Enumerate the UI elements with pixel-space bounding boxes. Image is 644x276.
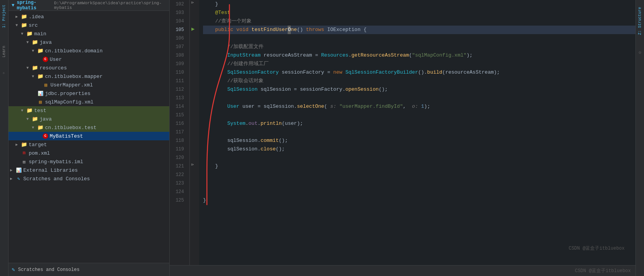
tree-item-domain[interactable]: ▼ 📁 cn.itbluebox.domain [9, 47, 169, 55]
code-line-111: //获取会话对象 [203, 77, 635, 85]
line-num-119: 119 [170, 145, 186, 154]
line-num-110: 110 [170, 68, 186, 77]
arrow-java-main: ▼ [26, 40, 32, 45]
bookmark-icon-102[interactable]: ⊳ [191, 0, 194, 5]
tree-item-user[interactable]: ▶ C User [9, 55, 169, 64]
line-num-123: 123 [170, 179, 186, 188]
label-mapper: cn.itbluebox.mapper [45, 74, 168, 79]
tree-item-resources[interactable]: ▼ 📁 resources [9, 64, 169, 72]
code-content[interactable]: } @Test //查询一个对象 public void testFindUse… [199, 0, 635, 265]
label-pom: pom.xml [29, 150, 168, 156]
tree-item-iml[interactable]: ▶ ▤ spring-mybatis.iml [9, 157, 169, 166]
arrow-mapper: ▼ [32, 74, 37, 79]
code-line-103: @Test [203, 9, 635, 17]
arrow-test-package: ▼ [32, 126, 37, 130]
tree-item-sqlmapconfig[interactable]: ▶ ▤ sqlMapConfig.xml [9, 98, 169, 106]
label-sqlmapconfig: sqlMapConfig.xml [45, 99, 168, 105]
tree-item-target[interactable]: ▶ 📁 target [9, 140, 169, 149]
class-icon-user: C [43, 57, 48, 62]
tree-item-ext-lib[interactable]: ▶ 📊 External Libraries [9, 166, 169, 174]
left-sidebar-tabs: 1: Project Learn ☆ [0, 0, 9, 276]
line-num-105: 105 [170, 26, 186, 34]
tree-item-usermapper-xml[interactable]: ▶ ▤ UserMapper.xml [9, 81, 169, 89]
tab-learn[interactable]: Learn [1, 43, 7, 60]
label-scratches: Scratches and Consoles [23, 176, 168, 182]
project-panel: ▼ spring-mybatis D:\AProgramWorkSpace\id… [9, 0, 170, 276]
tab-fav-right[interactable]: ☆ [637, 46, 642, 59]
label-mybatistest: MyBatisTest [50, 133, 168, 139]
line-num-111: 111 [170, 77, 186, 85]
arrow-src: ▼ [16, 23, 21, 28]
project-title: spring-mybatis [17, 0, 52, 11]
folder-icon-resources: 📁 [32, 65, 38, 71]
line-num-124: 124 [170, 188, 186, 196]
bookmark-icon-121[interactable]: ⊳ [191, 162, 194, 167]
line-numbers: 102 103 104 105 106 107 108 109 110 111 … [170, 0, 190, 265]
arrow-ext-lib: ▶ [10, 168, 16, 172]
code-line-116: System.out.println(user); [203, 119, 635, 128]
line-num-120: 120 [170, 154, 186, 162]
line-num-103: 103 [170, 9, 186, 17]
arrow-scratches: ▶ [10, 176, 16, 181]
arrow-main: ▼ [21, 32, 26, 36]
line-num-107: 107 [170, 43, 186, 51]
code-line-109: //创建作用域工厂 [203, 60, 635, 68]
class-icon-mybatistest: C [43, 133, 48, 139]
line-num-102: 102 [170, 0, 186, 9]
tree-item-src[interactable]: ▼ 📁 src [9, 21, 169, 29]
maven-icon-pom: m [21, 150, 27, 156]
code-line-125: } [203, 196, 635, 205]
iml-icon: ▤ [21, 159, 27, 164]
library-icon: 📊 [16, 167, 22, 173]
code-line-112: SqlSession sqlSession = sessionFactory.o… [203, 85, 635, 94]
code-container: 102 103 104 105 106 107 108 109 110 111 … [170, 0, 635, 265]
tree-item-pom[interactable]: ▶ m pom.xml [9, 149, 169, 157]
code-line-123 [203, 179, 635, 188]
code-line-114: User user = sqlSession.selectOne( s: "us… [203, 102, 635, 111]
folder-icon-main: 📁 [26, 31, 33, 36]
watermark: CSDN @蓝盒子itbluebox [569, 244, 625, 253]
line-num-109: 109 [170, 60, 186, 68]
line-num-115: 115 [170, 111, 186, 119]
tree-item-mapper[interactable]: ▼ 📁 cn.itbluebox.mapper [9, 72, 169, 81]
tree-item-main[interactable]: ▼ 📁 main [9, 29, 169, 38]
tree-item-test-package[interactable]: ▼ 📁 cn.itbluebox.test [9, 123, 169, 132]
tree-item-java-test[interactable]: ▼ 📁 java [9, 115, 169, 123]
tab-favorites[interactable]: ☆ [1, 68, 7, 79]
label-resources: resources [40, 65, 168, 71]
tree-item-test[interactable]: ▼ 📁 test [9, 106, 169, 115]
code-line-108: InputStream resourceAsStream = Resources… [203, 51, 635, 60]
line-num-118: 118 [170, 136, 186, 145]
line-num-121: 121 [170, 162, 186, 171]
label-idea: .idea [29, 14, 168, 20]
label-jdbc-properties: jdbc.properties [45, 91, 168, 97]
xml-icon-sqlmapconfig: ▤ [37, 99, 43, 105]
tree-item-jdbc-properties[interactable]: ▶ 📊 jdbc.properties [9, 89, 169, 98]
scratches-bottom-label[interactable]: Scratches and Consoles [18, 267, 79, 273]
bottom-bar: CSDN @蓝盒子itbluebox [170, 265, 635, 276]
label-test: test [34, 108, 168, 114]
code-line-106 [203, 34, 635, 43]
tree-item-java-main[interactable]: ▼ 📁 java [9, 38, 169, 47]
code-line-124 [203, 188, 635, 196]
line-num-125: 125 [170, 196, 186, 205]
code-line-102: } [203, 0, 635, 9]
label-test-package: cn.itbluebox.test [45, 125, 168, 131]
label-target: target [29, 142, 168, 148]
folder-icon-domain: 📁 [37, 48, 43, 53]
label-java-test: java [40, 116, 168, 122]
tree-item-scratches[interactable]: ▶ ✎ Scratches and Consoles [9, 174, 169, 183]
label-main: main [34, 31, 168, 37]
code-line-122 [203, 171, 635, 179]
arrow-idea: ▶ [16, 14, 21, 19]
tree-item-idea[interactable]: ▶ 📁 .idea [9, 12, 169, 21]
right-sidebar-tabs: Z: Structure ☆ [635, 0, 644, 276]
arrow-resources: ▼ [26, 66, 32, 70]
tab-project[interactable]: 1: Project [1, 2, 7, 31]
arrow-java-test: ▼ [26, 117, 32, 121]
tree-item-mybatistest[interactable]: ▶ C MyBatisTest [9, 132, 169, 140]
arrow-test: ▼ [21, 109, 26, 113]
run-icon-105[interactable]: ▶ [191, 26, 194, 32]
tab-structure[interactable]: Z: Structure [637, 4, 643, 38]
folder-icon-src: 📁 [21, 22, 27, 28]
